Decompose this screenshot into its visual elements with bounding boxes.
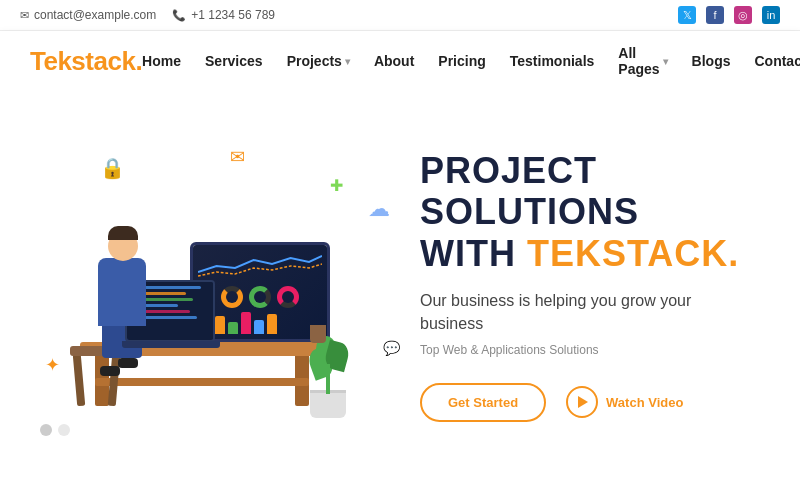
- nav-blogs[interactable]: Blogs: [692, 53, 731, 69]
- chevron-down-icon-2: ▾: [663, 56, 668, 67]
- mail-deco-icon: ✉: [230, 146, 245, 168]
- hero-title-accent: TEKSTACK.: [527, 233, 739, 274]
- lock-icon: 🔒: [100, 156, 125, 180]
- nav-pricing[interactable]: Pricing: [438, 53, 485, 69]
- phone-text: +1 1234 56 789: [191, 8, 275, 22]
- hero-subtitle: Our business is helping you grow your bu…: [420, 290, 740, 335]
- hero-title-with: WITH: [420, 233, 527, 274]
- nav-links: Home Services Projects ▾ About Pricing T…: [142, 45, 800, 77]
- nav-home[interactable]: Home: [142, 53, 181, 69]
- instagram-icon[interactable]: ◎: [734, 6, 752, 24]
- speech-bubble-icon: 💬: [383, 340, 400, 356]
- twitter-icon[interactable]: 𝕏: [678, 6, 696, 24]
- dot-2[interactable]: [58, 424, 70, 436]
- hero-buttons: Get Started Watch Video: [420, 383, 740, 422]
- person-shoe-left: [100, 366, 120, 376]
- person-body: [98, 258, 146, 326]
- plant-pot: [310, 390, 346, 418]
- hero-title: PROJECT SOLUTIONS WITH TEKSTACK.: [420, 150, 740, 274]
- logo-text: Tekstack: [30, 46, 135, 76]
- play-triangle-icon: [578, 396, 588, 408]
- hero-text: PROJECT SOLUTIONS WITH TEKSTACK. Our bus…: [410, 150, 740, 422]
- person-shoe-right: [118, 358, 138, 368]
- navigation: Tekstack. Home Services Projects ▾ About…: [0, 31, 800, 91]
- linkedin-icon[interactable]: in: [762, 6, 780, 24]
- dot-1[interactable]: [40, 424, 52, 436]
- cloud-icon: ☁: [368, 196, 390, 222]
- chevron-down-icon: ▾: [345, 56, 350, 67]
- hero-tagline: Top Web & Applications Solutions: [420, 343, 740, 357]
- phone-contact: 📞 +1 1234 56 789: [172, 8, 275, 22]
- desk-crossbar: [95, 378, 309, 386]
- hero-section: 🔒 ✉ ☁ 💬 ✦ ✚: [0, 91, 800, 481]
- person-hair: [108, 226, 138, 240]
- laptop-base: [122, 341, 220, 348]
- slide-dots: [40, 424, 70, 436]
- social-icons: 𝕏 f ◎ in: [678, 6, 780, 24]
- hero-title-line1: PROJECT SOLUTIONS: [420, 150, 639, 232]
- nav-about[interactable]: About: [374, 53, 414, 69]
- phone-icon: 📞: [172, 9, 186, 22]
- nav-projects[interactable]: Projects ▾: [287, 53, 350, 69]
- stool-leg1: [73, 354, 86, 406]
- top-bar: ✉ contact@example.com 📞 +1 1234 56 789 𝕏…: [0, 0, 800, 31]
- play-circle-icon: [566, 386, 598, 418]
- plant: [310, 390, 346, 418]
- coffee-cup: [310, 325, 326, 343]
- watch-video-button[interactable]: Watch Video: [566, 386, 683, 418]
- nav-all-pages[interactable]: All Pages ▾: [618, 45, 667, 77]
- plus-icon: ✚: [330, 176, 343, 195]
- plant-stem: [326, 364, 330, 394]
- desk-scene: [40, 136, 370, 436]
- logo[interactable]: Tekstack.: [30, 46, 142, 77]
- email-icon: ✉: [20, 9, 29, 22]
- facebook-icon[interactable]: f: [706, 6, 724, 24]
- nav-services[interactable]: Services: [205, 53, 263, 69]
- watch-video-label: Watch Video: [606, 395, 683, 410]
- get-started-button[interactable]: Get Started: [420, 383, 546, 422]
- top-bar-left: ✉ contact@example.com 📞 +1 1234 56 789: [20, 8, 275, 22]
- logo-dot: .: [135, 46, 142, 76]
- email-text: contact@example.com: [34, 8, 156, 22]
- star-deco-icon: ✦: [45, 354, 60, 376]
- nav-testimonials[interactable]: Testimonials: [510, 53, 595, 69]
- nav-contact[interactable]: Contact: [754, 53, 800, 69]
- email-contact: ✉ contact@example.com: [20, 8, 156, 22]
- hero-illustration: 🔒 ✉ ☁ 💬 ✦ ✚: [30, 116, 410, 456]
